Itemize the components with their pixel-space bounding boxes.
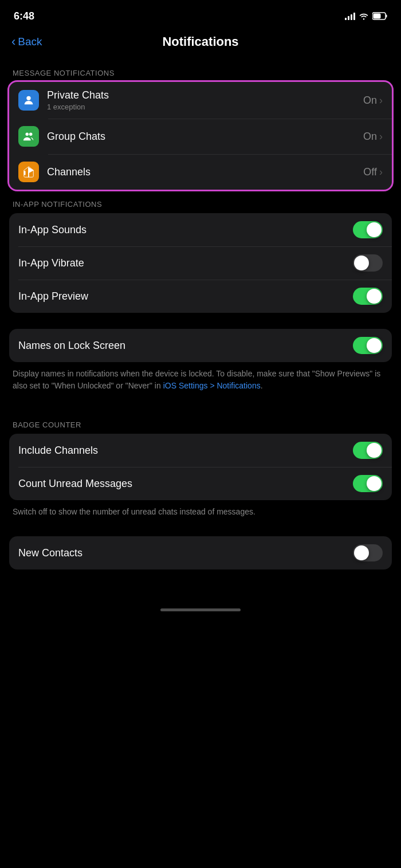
- chevron-right-icon: ›: [379, 95, 383, 107]
- svg-rect-1: [386, 15, 387, 18]
- group-chats-status: On ›: [363, 131, 383, 143]
- names-lock-screen-row[interactable]: Names on Lock Screen: [9, 329, 392, 362]
- svg-point-4: [26, 133, 29, 136]
- nav-header: ‹ Back Notifications: [0, 29, 401, 58]
- content: MESSAGE NOTIFICATIONS Private Chats 1 ex…: [0, 58, 401, 602]
- channels-title: Channels: [47, 166, 363, 178]
- badge-counter-description: Switch off to show the number of unread …: [9, 500, 392, 520]
- status-icons: [345, 12, 387, 20]
- status-time: 6:48: [14, 10, 34, 22]
- page-title: Notifications: [162, 34, 238, 49]
- names-lock-screen-description: Display names in notifications when the …: [9, 362, 392, 394]
- count-unread-label: Count Unread Messages: [18, 478, 132, 490]
- in-app-preview-label: In-App Preview: [18, 290, 88, 303]
- names-lock-screen-toggle[interactable]: [353, 337, 383, 354]
- names-lock-screen-card: Names on Lock Screen: [9, 329, 392, 362]
- channels-status: Off ›: [363, 166, 383, 178]
- svg-marker-6: [28, 167, 34, 174]
- back-button[interactable]: ‹ Back: [11, 34, 42, 49]
- chevron-right-icon: ›: [379, 166, 383, 178]
- message-notifications-card: Private Chats 1 exception On › Group Cha…: [9, 82, 392, 190]
- svg-rect-7: [24, 171, 26, 175]
- private-chats-status: On ›: [363, 95, 383, 107]
- in-app-notifications-card: In-App Sounds In-App Vibrate In-App Prev…: [9, 213, 392, 313]
- group-chats-row[interactable]: Group Chats On ›: [9, 119, 392, 154]
- in-app-vibrate-toggle[interactable]: [353, 254, 383, 272]
- private-chats-icon: [18, 90, 39, 111]
- names-lock-screen-label: Names on Lock Screen: [18, 340, 125, 352]
- back-label: Back: [18, 36, 42, 48]
- wifi-icon: [359, 12, 369, 20]
- back-chevron-icon: ‹: [11, 34, 15, 49]
- count-unread-toggle[interactable]: [353, 475, 383, 492]
- private-chats-subtitle: 1 exception: [47, 103, 363, 111]
- home-indicator: [0, 602, 401, 616]
- in-app-vibrate-row[interactable]: In-App Vibrate: [9, 246, 392, 280]
- in-app-preview-row[interactable]: In-App Preview: [9, 280, 392, 313]
- home-bar: [160, 608, 241, 611]
- private-chats-row[interactable]: Private Chats 1 exception On ›: [9, 82, 392, 119]
- group-chats-title: Group Chats: [47, 131, 363, 143]
- group-chats-icon: [18, 126, 39, 147]
- private-chats-title: Private Chats: [47, 89, 363, 101]
- new-contacts-toggle[interactable]: [353, 544, 383, 561]
- battery-icon: [372, 12, 387, 20]
- include-channels-label: Include Channels: [18, 445, 98, 457]
- svg-point-5: [29, 133, 32, 136]
- channels-icon: [18, 162, 39, 182]
- include-channels-toggle[interactable]: [353, 442, 383, 459]
- channels-row[interactable]: Channels Off ›: [9, 154, 392, 190]
- svg-point-3: [26, 96, 30, 100]
- in-app-vibrate-label: In-App Vibrate: [18, 257, 84, 269]
- svg-rect-2: [374, 14, 381, 19]
- badge-counter-label: BADGE COUNTER: [9, 410, 392, 434]
- count-unread-row[interactable]: Count Unread Messages: [9, 467, 392, 500]
- message-notifications-label: MESSAGE NOTIFICATIONS: [9, 58, 392, 82]
- in-app-sounds-toggle[interactable]: [353, 221, 383, 238]
- in-app-preview-toggle[interactable]: [353, 288, 383, 305]
- new-contacts-card: New Contacts: [9, 536, 392, 569]
- status-bar: 6:48: [0, 0, 401, 29]
- new-contacts-row[interactable]: New Contacts: [9, 536, 392, 569]
- new-contacts-label: New Contacts: [18, 547, 82, 559]
- chevron-right-icon: ›: [379, 131, 383, 143]
- badge-counter-card: Include Channels Count Unread Messages: [9, 434, 392, 500]
- group-chats-content: Group Chats: [47, 131, 363, 143]
- channels-content: Channels: [47, 166, 363, 178]
- include-channels-row[interactable]: Include Channels: [9, 434, 392, 467]
- signal-bars-icon: [345, 12, 355, 20]
- in-app-sounds-row[interactable]: In-App Sounds: [9, 213, 392, 246]
- in-app-notifications-label: IN-APP NOTIFICATIONS: [9, 190, 392, 213]
- in-app-sounds-label: In-App Sounds: [18, 224, 87, 236]
- private-chats-content: Private Chats 1 exception: [47, 89, 363, 111]
- ios-settings-link[interactable]: iOS Settings > Notifications: [163, 381, 261, 390]
